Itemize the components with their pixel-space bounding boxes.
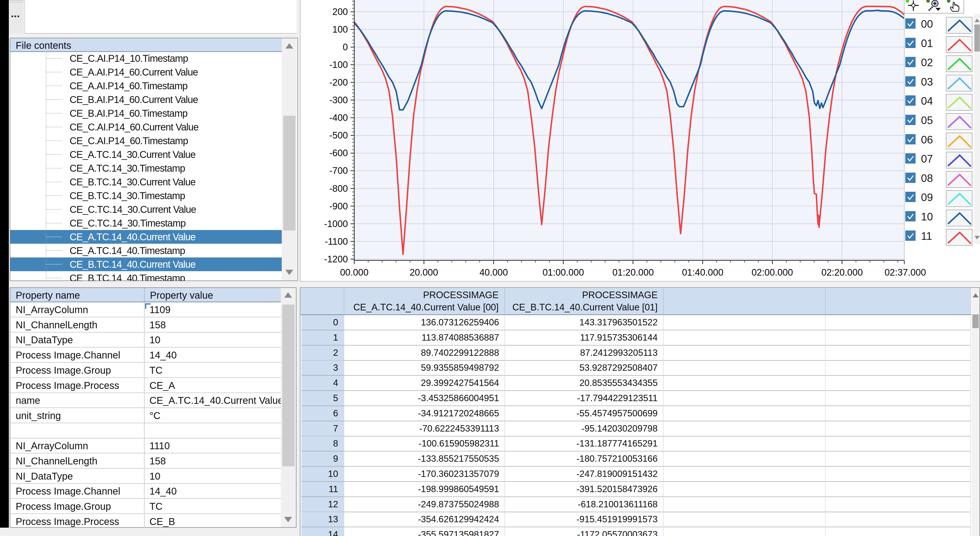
svg-text:-1000: -1000 bbox=[324, 219, 348, 229]
svg-text:02:00.000: 02:00.000 bbox=[751, 267, 793, 278]
svg-text:0: 0 bbox=[343, 42, 348, 52]
svg-text:200: 200 bbox=[332, 6, 348, 17]
svg-text:01:00.000: 01:00.000 bbox=[542, 267, 584, 278]
svg-text:40.000: 40.000 bbox=[479, 267, 508, 278]
svg-text:-600: -600 bbox=[329, 148, 348, 158]
svg-text:-900: -900 bbox=[329, 201, 348, 211]
svg-text:01:40.000: 01:40.000 bbox=[682, 267, 723, 278]
svg-text:-1100: -1100 bbox=[325, 236, 348, 247]
svg-text:-100: -100 bbox=[329, 60, 348, 70]
svg-text:01:20.000: 01:20.000 bbox=[612, 267, 654, 278]
svg-text:02:20.000: 02:20.000 bbox=[821, 267, 863, 278]
svg-text:00.000: 00.000 bbox=[340, 267, 369, 278]
svg-text:-300: -300 bbox=[329, 95, 348, 105]
svg-text:-1200: -1200 bbox=[324, 254, 348, 264]
svg-text:-400: -400 bbox=[329, 113, 348, 123]
svg-text:02:37.000: 02:37.000 bbox=[885, 267, 926, 278]
svg-text:-800: -800 bbox=[329, 183, 348, 194]
svg-text:-500: -500 bbox=[329, 130, 348, 140]
svg-text:100: 100 bbox=[332, 24, 348, 35]
svg-text:-200: -200 bbox=[329, 77, 348, 88]
svg-text:20.000: 20.000 bbox=[410, 267, 438, 278]
svg-text:-700: -700 bbox=[329, 166, 348, 176]
